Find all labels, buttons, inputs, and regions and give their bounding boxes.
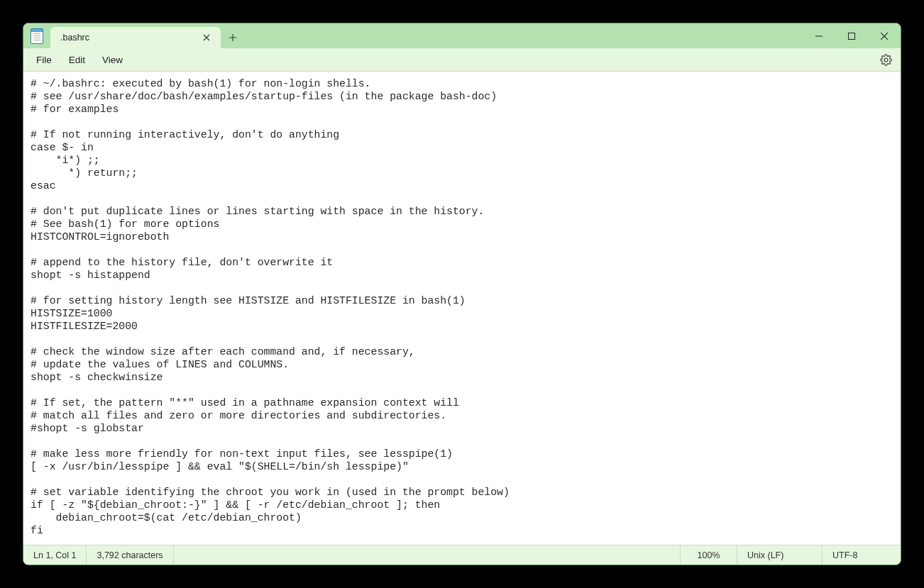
settings-button[interactable] [875, 49, 896, 70]
tab-close-button[interactable] [199, 30, 214, 45]
file-tab[interactable]: .bashrc [50, 27, 221, 48]
close-icon [203, 34, 210, 41]
titlebar[interactable]: .bashrc [23, 23, 901, 48]
gear-icon [880, 54, 892, 66]
svg-rect-0 [849, 33, 855, 39]
status-character-count[interactable]: 3,792 characters [87, 545, 173, 565]
statusbar: Ln 1, Col 1 3,792 characters 100% Unix (… [23, 545, 901, 565]
close-icon [881, 33, 888, 40]
status-line-ending[interactable]: Unix (LF) [737, 545, 823, 565]
tab-title: .bashrc [60, 33, 199, 43]
menu-file[interactable]: File [28, 52, 60, 68]
titlebar-drag-region[interactable] [245, 23, 803, 48]
app-icon-container [23, 23, 50, 48]
text-editor[interactable]: # ~/.bashrc: executed by bash(1) for non… [23, 72, 901, 545]
maximize-button[interactable] [835, 23, 868, 48]
editor-content[interactable]: # ~/.bashrc: executed by bash(1) for non… [31, 77, 893, 537]
status-cursor-position[interactable]: Ln 1, Col 1 [23, 545, 87, 565]
app-window: .bashrc [23, 23, 901, 565]
menubar: File Edit View [23, 48, 901, 72]
status-encoding[interactable]: UTF-8 [823, 545, 901, 565]
maximize-icon [848, 33, 855, 40]
minimize-icon [815, 33, 823, 40]
close-window-button[interactable] [868, 23, 901, 48]
menu-view[interactable]: View [94, 52, 131, 68]
notepad-icon [31, 28, 43, 44]
status-zoom[interactable]: 100% [681, 545, 737, 565]
window-controls [803, 23, 901, 48]
menu-edit[interactable]: Edit [60, 52, 94, 68]
new-tab-button[interactable] [221, 27, 245, 48]
minimize-button[interactable] [803, 23, 835, 48]
plus-icon [229, 33, 237, 42]
